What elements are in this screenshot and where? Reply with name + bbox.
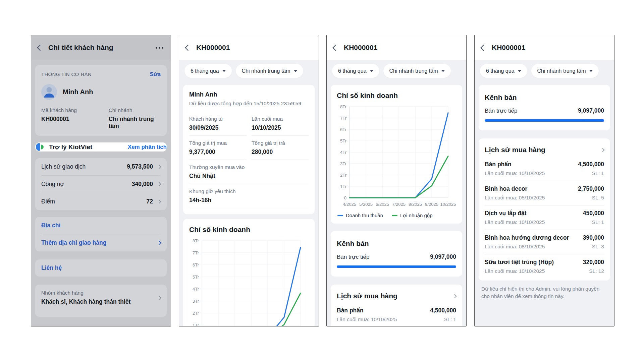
chevron-right-icon xyxy=(157,165,161,169)
stats-card: Lịch sử giao dịch 9,573,500 Công nợ 340,… xyxy=(35,158,167,210)
chevron-right-icon xyxy=(157,182,161,186)
customer-code-field: Mã khách hàng KH000001 xyxy=(41,107,105,130)
svg-text:2Tr: 2Tr xyxy=(193,311,199,316)
chart-title: Chỉ số kinh doanh xyxy=(189,226,309,234)
channel-progress-bar xyxy=(485,119,604,122)
svg-text:9/2025: 9/2025 xyxy=(425,202,438,207)
svg-text:7Tr: 7Tr xyxy=(340,116,347,121)
branch-filter[interactable]: Chi nhánh trung tâm xyxy=(383,64,451,78)
chevron-down-icon xyxy=(294,70,297,72)
purchase-history-header[interactable]: Lịch sử mua hàng xyxy=(485,146,604,154)
screenshot-canvas: Chi tiết khách hàng THÔNG TIN CƠ BẢN Sửa… xyxy=(0,0,644,362)
customer-name: Minh Anh xyxy=(189,91,309,98)
page-title: Chi tiết khách hàng xyxy=(48,44,113,52)
back-icon[interactable] xyxy=(185,45,191,51)
branch-field: Chi nhánh Chi nhánh trung tâm xyxy=(109,107,165,130)
chart-title: Chỉ số kinh doanh xyxy=(337,92,456,100)
kiotviet-assistant-card: Trợ lý KiotViet Xem phân tích xyxy=(35,142,167,152)
data-updated-note: Dữ liệu được tổng hợp đến 15/10/2025 23:… xyxy=(189,101,309,107)
customer-avatar xyxy=(41,84,57,100)
chevron-down-icon xyxy=(589,70,593,72)
svg-text:0: 0 xyxy=(344,195,346,200)
page-title: KH000001 xyxy=(492,44,525,52)
legend-net-revenue: Doanh thu thuần xyxy=(337,213,383,218)
page-title: KH000001 xyxy=(196,44,230,52)
chevron-right-icon xyxy=(452,294,457,298)
purchase-item: Sữa tươi tiệt trùng (Hộp) 320,000 Lần cu… xyxy=(485,254,604,279)
line-chart: 8Tr7Tr6Tr5Tr4Tr3Tr2Tr1Tr0 xyxy=(189,238,309,326)
svg-text:3Tr: 3Tr xyxy=(340,161,347,166)
person-icon xyxy=(41,84,57,100)
chevron-down-icon xyxy=(518,70,521,72)
period-filter[interactable]: 6 tháng qua xyxy=(184,64,232,78)
add-shipping-address-row[interactable]: Thêm địa chỉ giao hàng xyxy=(35,234,167,251)
chevron-right-icon xyxy=(157,241,161,245)
legend-gross-profit: Lợi nhuận gộp xyxy=(392,213,433,218)
svg-text:8Tr: 8Tr xyxy=(340,104,347,109)
channel-progress-bar xyxy=(337,265,456,268)
analytics-header: KH000001 xyxy=(179,35,319,60)
back-icon[interactable] xyxy=(37,45,43,51)
back-icon[interactable] xyxy=(332,45,338,51)
customer-since-field: Khách hàng từ 30/09/2025 xyxy=(189,112,246,136)
purchase-history-header[interactable]: Lịch sử mua hàng xyxy=(337,292,456,300)
customer-detail-header: Chi tiết khách hàng xyxy=(31,35,171,60)
debt-row[interactable]: Công nợ 340,000 xyxy=(35,176,167,193)
period-filter[interactable]: 6 tháng qua xyxy=(480,64,527,78)
basic-info-card: THÔNG TIN CƠ BẢN Sửa Minh Anh Mã khách h… xyxy=(35,65,167,136)
chevron-right-icon xyxy=(600,148,605,152)
purchase-item: Bàn phấn 4,500,000 Lần cuối mua: 10/10/2… xyxy=(485,157,604,181)
svg-text:6Tr: 6Tr xyxy=(193,262,199,267)
address-card: Địa chỉ Thêm địa chỉ giao hàng xyxy=(35,217,167,251)
points-row[interactable]: Điểm 72 xyxy=(35,193,167,210)
chevron-down-icon xyxy=(441,70,445,72)
contact-row[interactable]: Liên hệ xyxy=(35,259,167,277)
address-row[interactable]: Địa chỉ xyxy=(35,217,167,234)
svg-text:1Tr: 1Tr xyxy=(340,184,347,189)
svg-text:5/2025: 5/2025 xyxy=(359,202,373,207)
business-metrics-card: Chỉ số kinh doanh 8Tr7Tr6Tr5Tr4Tr3Tr2Tr1… xyxy=(183,219,315,326)
view-analysis-link[interactable]: Xem phân tích xyxy=(128,144,167,150)
purchase-history-card: Lịch sử mua hàng Bàn phấn 4,500,000 Lần … xyxy=(479,138,610,281)
back-icon[interactable] xyxy=(480,45,486,51)
svg-text:4/2025: 4/2025 xyxy=(343,202,356,207)
svg-text:6Tr: 6Tr xyxy=(340,127,347,132)
svg-text:6/2025: 6/2025 xyxy=(376,202,389,207)
total-return-field: Tổng giá trị trả 280,000 xyxy=(252,136,309,160)
transaction-history-row[interactable]: Lịch sử giao dịch 9,573,500 xyxy=(35,158,167,175)
edit-link[interactable]: Sửa xyxy=(150,71,161,77)
svg-text:8Tr: 8Tr xyxy=(193,238,199,243)
section-title: THÔNG TIN CƠ BẢN xyxy=(41,71,92,77)
screen-purchase-history: KH000001 6 tháng qua Chi nhánh trung tâm… xyxy=(474,35,614,326)
chevron-down-icon xyxy=(370,70,373,72)
more-menu-icon[interactable] xyxy=(155,45,164,51)
svg-text:7Tr: 7Tr xyxy=(193,250,199,255)
svg-text:4Tr: 4Tr xyxy=(340,150,347,155)
analytics-header: KH000001 xyxy=(327,35,466,60)
analytics-header: KH000001 xyxy=(475,35,614,60)
period-filter[interactable]: 6 tháng qua xyxy=(332,64,379,78)
branch-filter[interactable]: Chi nhánh trung tâm xyxy=(531,64,599,78)
admin-permission-note: Dữ liệu chỉ hiển thị cho Admin, vui lòng… xyxy=(481,285,607,300)
svg-text:5Tr: 5Tr xyxy=(193,275,199,280)
svg-text:2Tr: 2Tr xyxy=(340,173,347,178)
purchase-item: Bình hoa hướng dương decor 390,000 Lần c… xyxy=(485,230,604,254)
business-metrics-card: Chỉ số kinh doanh 8Tr7Tr6Tr5Tr4Tr3Tr2Tr1… xyxy=(331,85,462,224)
screen-analytics-summary: KH000001 6 tháng qua Chi nhánh trung tâm… xyxy=(179,35,319,326)
chevron-right-icon xyxy=(157,199,161,204)
last-purchase-field: Lần cuối mua 10/10/2025 xyxy=(252,112,309,136)
frequent-day-field: Thường xuyên mua vào Chủ Nhật xyxy=(189,160,309,184)
legend-swatch-green xyxy=(392,215,397,216)
sales-channel-card: Kênh bán Bán trực tiếp 9,097,000 xyxy=(479,85,610,130)
svg-text:1Tr: 1Tr xyxy=(193,323,199,327)
customer-group-row[interactable]: Nhóm khách hàng Khách sỉ, Khách hàng thâ… xyxy=(35,285,167,317)
chevron-down-icon xyxy=(222,70,226,72)
svg-text:7/2025: 7/2025 xyxy=(392,202,406,207)
contact-card: Liên hệ xyxy=(35,259,167,277)
purchase-history-card: Lịch sử mua hàng Bàn phấn 4,500,000 Lần … xyxy=(331,285,462,326)
filter-row: 6 tháng qua Chi nhánh trung tâm xyxy=(179,60,319,82)
branch-filter[interactable]: Chi nhánh trung tâm xyxy=(236,64,303,78)
customer-name: Minh Anh xyxy=(63,88,93,96)
purchase-item: Dịch vụ lắp đặt 450,000 Lần cuối mua: 10… xyxy=(485,205,604,230)
filter-row: 6 tháng qua Chi nhánh trung tâm xyxy=(475,60,614,82)
